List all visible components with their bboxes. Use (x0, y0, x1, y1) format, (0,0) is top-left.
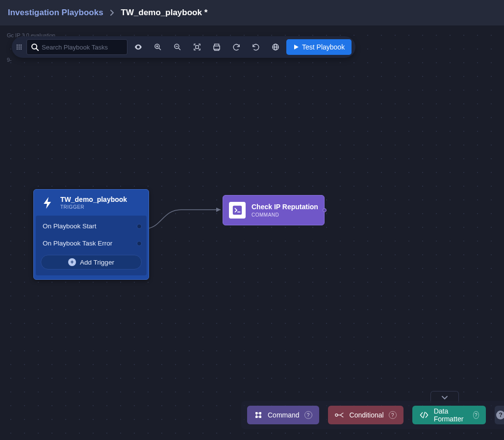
command-palette-icon (254, 411, 263, 419)
zoom-out-button[interactable] (169, 38, 186, 56)
svg-point-4 (19, 47, 20, 48)
undo-button[interactable] (247, 38, 265, 56)
command-node[interactable]: Check IP Reputation COMMAND (223, 195, 325, 225)
svg-point-7 (19, 49, 20, 50)
zoom-in-button[interactable] (149, 38, 167, 56)
palette: Command ? Conditional ? Data Formatter ?… (241, 401, 504, 429)
plus-icon: + (68, 258, 76, 266)
canvas[interactable]: Gc IP 3.0 evaluation 9- (0, 25, 504, 440)
play-icon (293, 44, 299, 50)
palette-command[interactable]: Command ? (247, 406, 319, 424)
fit-button[interactable] (188, 38, 206, 56)
palette-formatter-label: Data Formatter (434, 407, 468, 423)
command-node-subtitle: COMMAND (252, 212, 318, 218)
svg-rect-18 (196, 46, 199, 49)
breadcrumb: Investigation Playbooks TW_demo_playbook… (0, 0, 504, 25)
trigger-node-header: TW_demo_playbook TRIGGER (34, 190, 149, 215)
search-input[interactable] (42, 44, 123, 51)
palette-command-label: Command (268, 411, 300, 419)
chevron-right-icon (110, 10, 114, 16)
lightning-icon (41, 196, 54, 210)
svg-line-12 (159, 48, 161, 50)
svg-rect-23 (255, 412, 258, 415)
trigger-row-error[interactable]: On Playbook Task Error (36, 235, 147, 252)
svg-point-1 (19, 45, 20, 46)
command-node-port[interactable] (323, 208, 327, 212)
svg-rect-24 (259, 412, 262, 415)
toolbar: Test Playbook (12, 36, 355, 58)
trigger-node-body: On Playbook Start On Playbook Task Error… (36, 216, 147, 275)
command-icon (229, 202, 246, 219)
svg-line-10 (36, 49, 38, 50)
trigger-node-title: TW_demo_playbook (60, 196, 127, 203)
command-node-title: Check IP Reputation (252, 203, 318, 211)
svg-point-0 (17, 45, 18, 46)
trigger-row-start[interactable]: On Playbook Start (36, 218, 147, 235)
help-icon[interactable]: ? (389, 411, 397, 419)
help-icon[interactable]: ? (473, 411, 479, 419)
svg-point-31 (335, 414, 337, 416)
svg-point-8 (21, 49, 22, 50)
search-input-wrap (26, 39, 127, 55)
grip-icon[interactable] (14, 42, 25, 52)
breadcrumb-root[interactable]: Investigation Playbooks (8, 8, 103, 18)
search-icon (31, 43, 39, 51)
svg-rect-26 (259, 416, 262, 418)
trigger-node[interactable]: TW_demo_playbook TRIGGER On Playbook Sta… (33, 189, 149, 280)
test-playbook-label: Test Playbook (302, 43, 345, 51)
svg-point-6 (17, 49, 18, 50)
redo-button[interactable] (227, 38, 245, 56)
svg-line-16 (178, 48, 180, 50)
globe-button[interactable] (267, 38, 284, 56)
formatter-palette-icon (419, 411, 429, 419)
visibility-button[interactable] (129, 38, 147, 56)
svg-point-5 (21, 47, 22, 48)
breadcrumb-current: TW_demo_playbook * (121, 8, 208, 18)
svg-rect-25 (255, 416, 258, 418)
svg-point-2 (21, 45, 22, 46)
palette-data-formatter[interactable]: Data Formatter ? (412, 406, 486, 424)
add-trigger-label: Add Trigger (80, 259, 114, 266)
help-icon[interactable]: ? (304, 411, 312, 419)
conditional-palette-icon (335, 411, 345, 419)
palette-conditional-label: Conditional (350, 411, 384, 419)
palette-conditional[interactable]: Conditional ? (328, 406, 403, 424)
print-button[interactable] (208, 38, 226, 56)
question-icon: ? (496, 411, 504, 419)
svg-point-3 (17, 47, 18, 48)
add-trigger-button[interactable]: + Add Trigger (41, 255, 142, 269)
trigger-node-subtitle: TRIGGER (60, 204, 127, 210)
test-playbook-button[interactable]: Test Playbook (286, 39, 352, 55)
help-button[interactable]: ? (495, 406, 504, 424)
